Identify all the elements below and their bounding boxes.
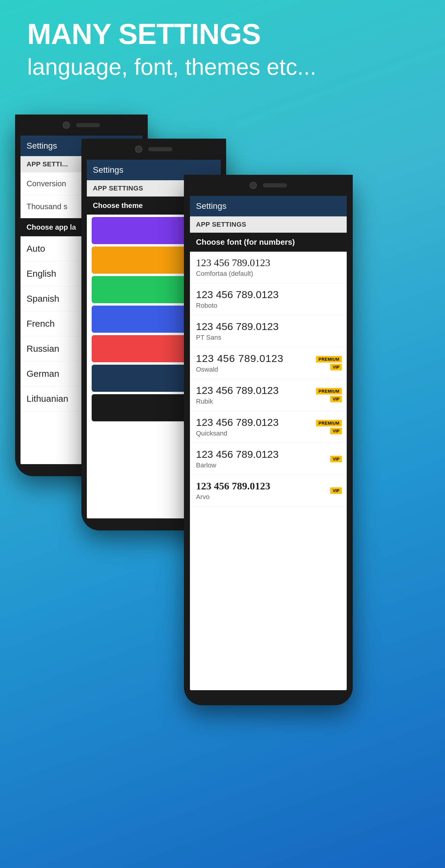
phone3-font-header: Choose font (for numbers) — [190, 233, 347, 252]
phone3-app-settings: APP SETTINGS — [190, 216, 347, 233]
font-item-comfortaa[interactable]: 123 456 789.0123 Comfortaa (default) — [190, 252, 347, 283]
phones-container: Settings APP SETTI... Conversion Thousan… — [9, 115, 437, 856]
phone1-camera — [63, 121, 70, 129]
phone2-camera — [135, 146, 142, 153]
font-item-roboto[interactable]: 123 456 789.0123 Roboto — [190, 283, 347, 315]
badge-vip-barlow: VIP — [330, 456, 342, 462]
barlow-badges: VIP — [330, 456, 342, 462]
font-name-comfortaa: Comfortaa (default) — [196, 270, 253, 277]
phone3-screen: Settings APP SETTINGS Choose font (for n… — [190, 196, 347, 690]
font-name-quicksand: Quicksand — [196, 430, 227, 437]
arvo-badges: VIP — [330, 487, 342, 494]
phone2-topbar — [81, 138, 226, 160]
badge-premium-quicksand: PREMIUM — [316, 420, 342, 427]
font-name-arvo: Arvo — [196, 493, 210, 501]
font-number-comfortaa: 123 456 789.0123 — [196, 257, 341, 269]
font-number-ptsans: 123 456 789.0123 — [196, 321, 341, 333]
font-number-roboto: 123 456 789.0123 — [196, 289, 341, 301]
phone3-camera — [249, 182, 257, 189]
phone1-topbar — [15, 115, 148, 135]
font-item-oswald[interactable]: 123 456 789.0123 Oswald PREMIUM VIP — [190, 347, 347, 379]
font-number-arvo: 123 456 789.0123 — [196, 480, 341, 492]
font-name-oswald: Oswald — [196, 366, 218, 373]
page-title: MANY SETTINGS — [27, 18, 316, 50]
badge-premium-oswald: PREMIUM — [316, 356, 342, 363]
badge-vip-quicksand: VIP — [330, 428, 342, 434]
badge-vip-oswald: VIP — [330, 364, 342, 370]
font-name-roboto: Roboto — [196, 302, 217, 309]
phone3-settings-bar: Settings — [190, 196, 347, 216]
font-item-arvo[interactable]: 123 456 789.0123 Arvo VIP — [190, 475, 347, 507]
font-name-rubik: Rubik — [196, 398, 213, 405]
font-number-barlow: 123 456 789.0123 — [196, 448, 341, 460]
quicksand-badges: PREMIUM VIP — [316, 420, 342, 434]
page-subtitle: language, font, themes etc... — [27, 53, 316, 81]
phone1-speaker — [76, 123, 100, 127]
header-block: MANY SETTINGS language, font, themes etc… — [27, 18, 316, 81]
font-name-ptsans: PT Sans — [196, 334, 221, 341]
badge-vip-rubik: VIP — [330, 396, 342, 402]
rubik-badges: PREMIUM VIP — [316, 388, 342, 402]
font-item-rubik[interactable]: 123 456 789.0123 Rubik PREMIUM VIP — [190, 379, 347, 411]
font-name-barlow: Barlow — [196, 461, 216, 469]
oswald-badges: PREMIUM VIP — [316, 356, 342, 370]
font-item-barlow[interactable]: 123 456 789.0123 Barlow VIP — [190, 443, 347, 475]
phone2-speaker — [148, 147, 173, 151]
badge-premium-rubik: PREMIUM — [316, 388, 342, 395]
font-item-ptsans[interactable]: 123 456 789.0123 PT Sans — [190, 315, 347, 347]
badge-vip-arvo: VIP — [330, 487, 342, 494]
phone3-topbar — [184, 175, 353, 196]
phone-font: Settings APP SETTINGS Choose font (for n… — [184, 175, 353, 705]
font-item-quicksand[interactable]: 123 456 789.0123 Quicksand PREMIUM VIP — [190, 411, 347, 443]
phone3-speaker — [263, 183, 287, 187]
